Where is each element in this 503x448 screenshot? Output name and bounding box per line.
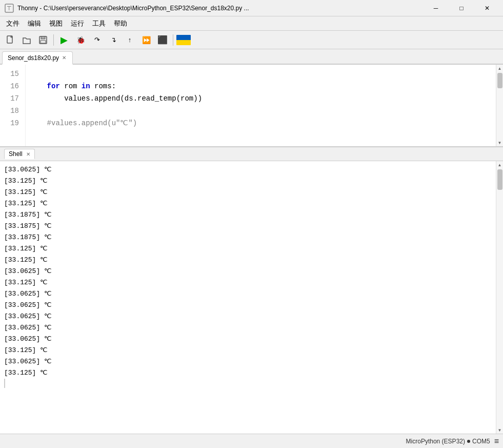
resume-button[interactable]: ⏩	[139, 33, 153, 47]
cursor	[4, 379, 5, 388]
step-into-button[interactable]: ↴	[106, 33, 120, 47]
window-controls: ─ □ ✕	[424, 2, 499, 14]
shell-line-11: [33.0625] ℃	[4, 288, 492, 300]
title-bar: ⊤ Thonny - C:\Users\perseverance\Desktop…	[0, 0, 503, 16]
editor-tab[interactable]: Senor_ds18x20.py ✕	[2, 51, 73, 65]
shell-scroll-thumb[interactable]	[497, 169, 502, 190]
shell-line-6: [33.1875] ℃	[4, 232, 492, 243]
ukraine-flag	[176, 35, 191, 45]
menu-run[interactable]: 运行	[67, 17, 88, 30]
step-over-button[interactable]: ↷	[90, 33, 104, 47]
shell-vertical-scrollbar[interactable]: ▲ ▼	[496, 161, 503, 434]
open-file-button[interactable]	[19, 33, 34, 47]
stop-button[interactable]: ⬛	[155, 33, 170, 47]
shell-line-9: [33.0625] ℃	[4, 266, 492, 277]
shell-scroll-down-arrow[interactable]: ▼	[496, 426, 504, 434]
menu-file[interactable]: 文件	[2, 17, 24, 30]
shell-output[interactable]: [33.0625] ℃[33.125] ℃[33.125] ℃[33.125] …	[0, 161, 496, 434]
code-line-15	[30, 68, 492, 80]
shell-panel: Shell ✕ [33.0625] ℃[33.125] ℃[33.125] ℃[…	[0, 147, 503, 434]
shell-line-2: [33.125] ℃	[4, 187, 492, 198]
menu-tools[interactable]: 工具	[88, 17, 110, 30]
editor-tab-label: Senor_ds18x20.py	[8, 54, 59, 62]
line-number-15: 15	[4, 68, 19, 80]
scroll-up-arrow[interactable]: ▲	[496, 65, 504, 72]
editor-vertical-scrollbar[interactable]: ▲ ▼	[496, 65, 503, 146]
menu-edit[interactable]: 编辑	[24, 17, 45, 30]
toolbar: ▶ 🐞 ↷ ↴ ↑ ⏩ ⬛	[0, 31, 503, 49]
port-label: COM5	[472, 438, 490, 445]
code-line-17: values.append(ds.read_temp(rom))	[30, 92, 492, 105]
editor-tab-close[interactable]: ✕	[62, 55, 66, 61]
shell-line-18: [33.125] ℃	[4, 367, 492, 379]
shell-scroll-up-arrow[interactable]: ▲	[496, 161, 504, 168]
shell-line-1: [33.125] ℃	[4, 176, 492, 187]
menu-help[interactable]: 帮助	[110, 17, 131, 30]
app-icon: ⊤	[4, 3, 14, 13]
code-editor[interactable]: for rom in roms: values.append(ds.read_t…	[26, 65, 496, 146]
shell-cursor-line	[4, 379, 492, 392]
shell-line-12: [33.0625] ℃	[4, 300, 492, 311]
shell-header: Shell ✕	[0, 147, 503, 161]
scroll-thumb[interactable]	[497, 73, 502, 88]
interpreter-label: MicroPython (ESP32)	[406, 438, 465, 445]
shell-line-3: [33.125] ℃	[4, 198, 492, 209]
shell-line-8: [33.125] ℃	[4, 255, 492, 266]
status-text: MicroPython (ESP32) COM5 ≡	[406, 437, 499, 446]
shell-line-17: [33.0625] ℃	[4, 356, 492, 367]
shell-tab-label: Shell	[9, 150, 23, 158]
window-title: Thonny - C:\Users\perseverance\Desktop\M…	[17, 5, 424, 12]
tab-bar: Senor_ds18x20.py ✕	[0, 49, 503, 65]
shell-line-13: [33.0625] ℃	[4, 311, 492, 322]
debug-button[interactable]: 🐞	[73, 33, 88, 47]
code-line-19: #values.append(u"℃")	[30, 117, 492, 129]
editor-area: 15 16 17 18 19 for rom in roms: values.a…	[0, 65, 503, 147]
shell-line-14: [33.0625] ℃	[4, 322, 492, 334]
scroll-track[interactable]	[496, 72, 503, 139]
shell-line-10: [33.125] ℃	[4, 277, 492, 288]
line-number-18: 18	[4, 105, 19, 117]
toolbar-separator-2	[173, 34, 173, 46]
new-file-button[interactable]	[3, 33, 17, 47]
save-file-button[interactable]	[36, 33, 50, 47]
close-button[interactable]: ✕	[475, 2, 499, 14]
line-number-16: 16	[4, 80, 19, 92]
scroll-down-arrow[interactable]: ▼	[496, 139, 504, 146]
shell-tab[interactable]: Shell ✕	[4, 149, 35, 159]
shell-line-4: [33.1875] ℃	[4, 209, 492, 221]
shell-output-wrapper: [33.0625] ℃[33.125] ℃[33.125] ℃[33.125] …	[0, 161, 503, 434]
line-numbers: 15 16 17 18 19	[0, 65, 26, 146]
svg-rect-4	[41, 36, 45, 39]
code-line-18	[30, 105, 492, 117]
line-number-19: 19	[4, 117, 19, 129]
status-bar: MicroPython (ESP32) COM5 ≡	[0, 434, 503, 448]
step-out-button[interactable]: ↑	[123, 33, 137, 47]
svg-rect-5	[41, 41, 46, 43]
shell-line-0: [33.0625] ℃	[4, 164, 492, 176]
maximize-button[interactable]: □	[450, 2, 473, 14]
status-menu-button[interactable]: ≡	[494, 437, 499, 446]
menu-view[interactable]: 视图	[45, 17, 67, 30]
shell-scroll-track[interactable]	[496, 168, 503, 426]
code-line-16: for rom in roms:	[30, 80, 492, 92]
shell-line-5: [33.1875] ℃	[4, 221, 492, 232]
minimize-button[interactable]: ─	[424, 2, 448, 14]
shell-line-15: [33.0625] ℃	[4, 334, 492, 345]
line-number-17: 17	[4, 92, 19, 105]
shell-tab-close[interactable]: ✕	[26, 151, 30, 157]
run-button[interactable]: ▶	[57, 33, 71, 47]
svg-text:⊤: ⊤	[7, 5, 12, 11]
menu-bar: 文件 编辑 视图 运行 工具 帮助	[0, 16, 503, 31]
toolbar-separator-1	[53, 34, 54, 46]
shell-line-16: [33.125] ℃	[4, 345, 492, 356]
shell-line-7: [33.125] ℃	[4, 243, 492, 255]
status-dot	[467, 440, 470, 443]
